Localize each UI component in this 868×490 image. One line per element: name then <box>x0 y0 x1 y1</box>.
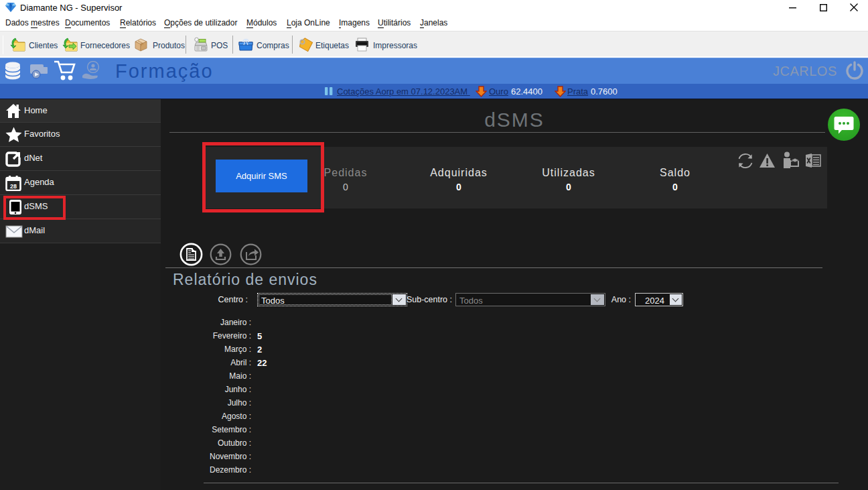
svg-text:28: 28 <box>10 183 17 190</box>
